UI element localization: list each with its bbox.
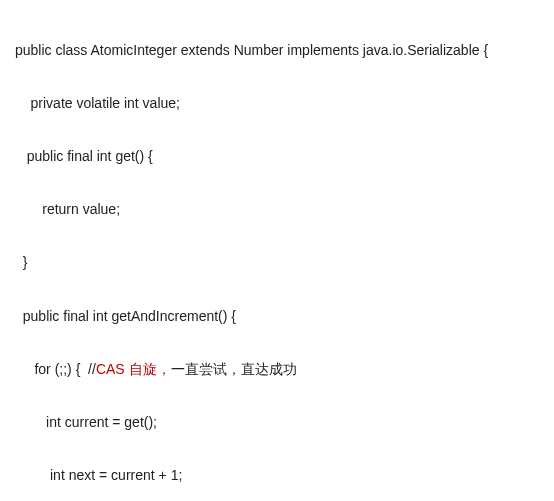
cas-keyword-highlight: CAS 自旋， (96, 361, 171, 377)
code-line: int next = current + 1; (15, 462, 539, 489)
code-line: public final int get() { (15, 143, 539, 170)
code-line: return value; (15, 196, 539, 223)
java-code-snippet: public class AtomicInteger extends Numbe… (15, 10, 539, 501)
code-line: } (15, 249, 539, 276)
code-line: public final int getAndIncrement() { (15, 303, 539, 330)
code-line: private volatile int value; (15, 90, 539, 117)
code-comment: 一直尝试，直达成功 (171, 361, 297, 377)
code-line: public class AtomicInteger extends Numbe… (15, 37, 539, 64)
code-line: for (;;) { //CAS 自旋，一直尝试，直达成功 (15, 356, 539, 383)
code-line: int current = get(); (15, 409, 539, 436)
code-segment: for (;;) { // (15, 361, 96, 377)
